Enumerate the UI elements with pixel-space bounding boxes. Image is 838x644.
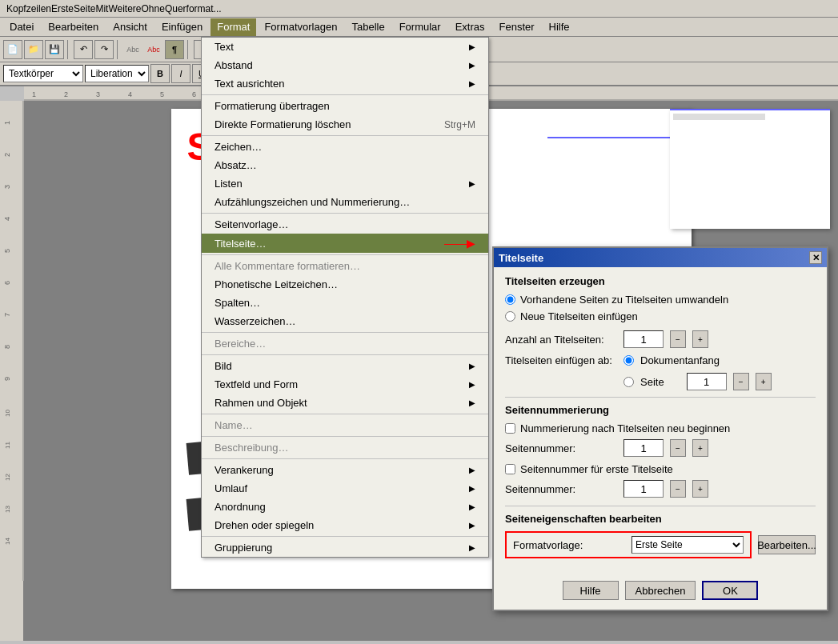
seite-plus-btn[interactable]: + bbox=[756, 373, 772, 390]
ok-button[interactable]: OK bbox=[702, 581, 758, 600]
menubar: Datei Bearbeiten Ansicht Einfügen Format… bbox=[0, 18, 838, 37]
radio-vorhandene[interactable] bbox=[505, 294, 515, 305]
menu-item-text[interactable]: Text ▶ bbox=[202, 38, 488, 56]
abbrechen-button[interactable]: Abbrechen bbox=[625, 581, 696, 600]
anzahl-plus-btn[interactable]: + bbox=[692, 330, 708, 348]
abc-btn1[interactable]: Abc bbox=[123, 40, 142, 59]
format-dropdown-menu: Text ▶ Abstand ▶ Text ausrichten ▶ Forma… bbox=[201, 37, 489, 558]
arrow-icon: ▶ bbox=[469, 179, 475, 188]
menu-item-wasserzeichen[interactable]: Wasserzeichen… bbox=[202, 312, 488, 330]
menu-item-textfeld[interactable]: Textfeld und Form ▶ bbox=[202, 375, 488, 394]
menu-item-zeichen[interactable]: Zeichen… bbox=[202, 138, 488, 156]
section3-title: Seiteneigenschaften bearbeiten bbox=[505, 513, 816, 525]
svg-text:2: 2 bbox=[64, 90, 68, 98]
sep bbox=[202, 536, 488, 537]
menu-item-direkte-formatierung[interactable]: Direkte Formatierung löschen Strg+M bbox=[202, 115, 488, 134]
menu-item-rahmen[interactable]: Rahmen und Objekt ▶ bbox=[202, 394, 488, 412]
sep bbox=[202, 332, 488, 333]
menu-item-formatierung-uebertragen[interactable]: Formatierung übertragen bbox=[202, 97, 488, 115]
checkbox-nummerierung[interactable] bbox=[505, 423, 515, 434]
menu-item-seitenvorlage[interactable]: Seitenvorlage… bbox=[202, 215, 488, 234]
shortcut-label: Strg+M bbox=[444, 119, 475, 130]
menu-einfuegen[interactable]: Einfügen bbox=[155, 18, 209, 36]
menu-fenster[interactable]: Fenster bbox=[493, 18, 541, 36]
menu-formatvorlagen[interactable]: Formatvorlagen bbox=[258, 18, 343, 36]
titelseite-arrow: ——▶ bbox=[444, 237, 475, 250]
checkbox-erste-titelseite[interactable] bbox=[505, 464, 515, 474]
seitennummer1-input[interactable] bbox=[623, 439, 664, 457]
menu-item-anordnung[interactable]: Anordnung ▶ bbox=[202, 498, 488, 516]
undo-btn[interactable]: ↶ bbox=[74, 40, 93, 59]
arrow-icon: ▶ bbox=[469, 466, 475, 474]
menu-item-spalten[interactable]: Spalten… bbox=[202, 294, 488, 312]
bold-btn[interactable]: B bbox=[150, 64, 170, 83]
checkbox-row-1: Nummerierung nach Titelseiten neu beginn… bbox=[505, 422, 816, 434]
style-selector[interactable]: Textkörper bbox=[3, 65, 83, 82]
radio-dokumentanfang[interactable] bbox=[623, 355, 634, 366]
arrow-icon: ▶ bbox=[469, 42, 475, 51]
section-titelseiten: Titelseiten erzeugen Vorhandene Seiten z… bbox=[505, 275, 816, 322]
menu-formular[interactable]: Formular bbox=[393, 18, 447, 36]
save-btn[interactable]: 💾 bbox=[45, 40, 64, 59]
menu-tabelle[interactable]: Tabelle bbox=[345, 18, 391, 36]
menu-item-abstand[interactable]: Abstand ▶ bbox=[202, 56, 488, 74]
svg-text:10: 10 bbox=[4, 410, 11, 417]
cb2-label: Seitennummer für erste Titelseite bbox=[520, 463, 673, 475]
menu-item-bild[interactable]: Bild ▶ bbox=[202, 357, 488, 375]
seitennummer1-plus-btn[interactable]: + bbox=[692, 439, 708, 457]
radio-row-2: Neue Titelseiten einfügen bbox=[505, 310, 816, 322]
seitennummer2-minus-btn[interactable]: − bbox=[670, 480, 686, 498]
menu-item-aufzaehlung[interactable]: Aufzählungszeichen und Nummerierung… bbox=[202, 193, 488, 211]
redo-btn[interactable]: ↷ bbox=[94, 40, 114, 59]
abc-btn2[interactable]: Abc bbox=[144, 40, 163, 59]
radio2-label: Neue Titelseiten einfügen bbox=[520, 310, 638, 322]
menu-item-verankerung[interactable]: Verankerung ▶ bbox=[202, 461, 488, 479]
menu-datei[interactable]: Datei bbox=[3, 18, 40, 36]
menu-item-text-ausrichten[interactable]: Text ausrichten ▶ bbox=[202, 74, 488, 93]
menu-item-absatz[interactable]: Absatz… bbox=[202, 156, 488, 174]
arrow-icon: ▶ bbox=[469, 362, 475, 370]
menu-item-titelseite[interactable]: Titelseite… ——▶ bbox=[202, 234, 488, 253]
menu-bearbeiten[interactable]: Bearbeiten bbox=[42, 18, 105, 36]
open-btn[interactable]: 📁 bbox=[24, 40, 43, 59]
font-selector[interactable]: Liberation S bbox=[85, 65, 149, 82]
arrow-icon: ▶ bbox=[469, 79, 475, 88]
anzahl-input[interactable] bbox=[623, 330, 664, 348]
menu-extras[interactable]: Extras bbox=[449, 18, 491, 36]
new-btn[interactable]: 📄 bbox=[3, 40, 22, 59]
anzahl-minus-btn[interactable]: − bbox=[670, 330, 686, 348]
section-eigenschaften: Seiteneigenschaften bearbeiten Formatvor… bbox=[505, 513, 816, 558]
page-btn[interactable]: ¶ bbox=[165, 40, 184, 59]
menu-ansicht[interactable]: Ansicht bbox=[106, 18, 154, 36]
svg-text:6: 6 bbox=[192, 90, 196, 98]
radio-seite[interactable] bbox=[623, 377, 634, 387]
svg-text:1: 1 bbox=[32, 90, 36, 98]
menu-item-phonetisch[interactable]: Phonetische Leitzeichen… bbox=[202, 275, 488, 294]
dialog-close-button[interactable]: ✕ bbox=[809, 251, 822, 264]
radio-dokumentanfang-label: Dokumentanfang bbox=[640, 354, 720, 366]
menu-hilfe[interactable]: Hilfe bbox=[543, 18, 576, 36]
seitennummer1-minus-btn[interactable]: − bbox=[670, 439, 686, 457]
einfuegen-ab-row: Titelseiten einfügen ab: Dokumentanfang bbox=[505, 354, 816, 366]
seitennummer2-plus-btn[interactable]: + bbox=[692, 480, 708, 498]
sep3 bbox=[187, 40, 190, 59]
menu-item-drehen[interactable]: Drehen oder spiegeln ▶ bbox=[202, 516, 488, 534]
hilfe-button[interactable]: Hilfe bbox=[563, 581, 619, 600]
menu-format[interactable]: Format bbox=[211, 18, 256, 36]
formatvorlage-select[interactable]: Erste Seite bbox=[632, 536, 744, 554]
sep bbox=[202, 254, 488, 255]
seite-minus-btn[interactable]: − bbox=[733, 373, 749, 390]
formatvorlage-label: Formatvorlage: bbox=[513, 539, 625, 551]
bearbeiten-button[interactable]: Bearbeiten... bbox=[758, 535, 816, 554]
svg-text:1: 1 bbox=[3, 121, 11, 125]
sep1 bbox=[67, 40, 70, 59]
italic-btn[interactable]: I bbox=[171, 64, 190, 83]
seite-input[interactable] bbox=[687, 373, 727, 390]
menu-item-gruppierung[interactable]: Gruppierung ▶ bbox=[202, 538, 488, 557]
second-page bbox=[670, 109, 830, 229]
menu-item-umlauf[interactable]: Umlauf ▶ bbox=[202, 479, 488, 498]
seitennummer2-input[interactable] bbox=[623, 480, 664, 498]
menu-item-listen[interactable]: Listen ▶ bbox=[202, 174, 488, 193]
arrow-icon: ▶ bbox=[469, 380, 475, 389]
radio-neue[interactable] bbox=[505, 311, 515, 322]
